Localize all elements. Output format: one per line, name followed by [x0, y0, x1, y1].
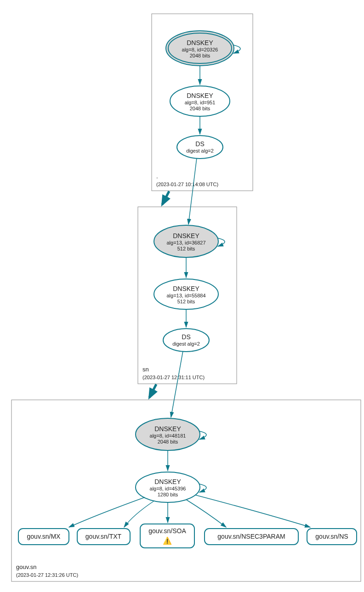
root-ksk-title: DNSKEY [187, 39, 213, 46]
edge-root-sn-delegation [162, 191, 169, 205]
gouvsn-zsk-selfloop [199, 484, 206, 492]
root-ds-digest: digest alg=2 [186, 148, 214, 154]
gouvsn-zsk-node: DNSKEY alg=8, id=45396 1280 bits [136, 472, 200, 502]
sn-ksk-alg: alg=13, id=36827 [166, 240, 205, 245]
root-zsk-alg: alg=8, id=951 [185, 100, 216, 105]
record-mx-label: gouv.sn/MX [27, 533, 61, 540]
record-nsec3param-node: gouv.sn/NSEC3PARAM [205, 529, 298, 545]
record-soa-label: gouv.sn/SOA [148, 527, 186, 535]
sn-zsk-node: DNSKEY alg=13, id=55884 512 bits [154, 279, 218, 309]
sn-zsk-bits: 512 bits [177, 299, 195, 304]
root-zsk-title: DNSKEY [187, 92, 213, 99]
sn-ksk-bits: 512 bits [177, 246, 195, 251]
gouvsn-ksk-bits: 2048 bits [158, 439, 178, 444]
record-soa-node: gouv.sn/SOA ⚠️ [140, 524, 194, 548]
gouvsn-zsk-title: DNSKEY [154, 478, 181, 485]
root-zsk-bits: 2048 bits [190, 106, 210, 111]
root-ksk-selfloop [233, 45, 240, 53]
warning-icon: ⚠️ [163, 536, 172, 545]
record-nsec3param-label: gouv.sn/NSEC3PARAM [217, 533, 285, 540]
edge-sn-gouvsn-delegation [149, 384, 156, 398]
root-ds-title: DS [195, 140, 204, 148]
record-ns-node: gouv.sn/NS [307, 529, 357, 545]
root-ksk-bits: 2048 bits [190, 53, 210, 58]
root-ds-node: DS digest alg=2 [177, 136, 223, 159]
sn-ksk-title: DNSKEY [173, 232, 199, 239]
sn-ksk-selfloop [218, 238, 225, 246]
dnssec-diagram: . (2023-01-27 10:14:08 UTC) DNSKEY alg=8… [5, 5, 363, 588]
edge-zsk-txt [124, 501, 154, 527]
edge-root-ds-sn-ksk [188, 158, 197, 224]
root-ksk-node: DNSKEY alg=8, id=20326 2048 bits [166, 31, 234, 66]
root-zsk-node: DNSKEY alg=8, id=951 2048 bits [170, 86, 230, 116]
edge-sn-ds-gouvsn-ksk [171, 351, 183, 417]
edge-zsk-ns [195, 495, 310, 527]
sn-ds-digest: digest alg=2 [172, 341, 200, 347]
root-ksk-alg: alg=8, id=20326 [182, 47, 218, 52]
sn-zsk-alg: alg=13, id=55884 [166, 293, 205, 298]
sn-ksk-node: DNSKEY alg=13, id=36827 512 bits [154, 225, 218, 257]
zone-root-label: . [156, 173, 158, 180]
record-txt-label: gouv.sn/TXT [85, 533, 122, 540]
record-mx-node: gouv.sn/MX [18, 529, 69, 545]
sn-zsk-title: DNSKEY [173, 285, 199, 292]
gouvsn-zsk-alg: alg=8, id=45396 [150, 486, 186, 491]
zone-root-timestamp: (2023-01-27 10:14:08 UTC) [156, 182, 218, 187]
gouvsn-ksk-selfloop [199, 431, 206, 439]
gouvsn-zsk-bits: 1280 bits [158, 492, 178, 497]
zone-gouvsn-label: gouv.sn [16, 564, 37, 570]
zone-sn-label: sn [142, 366, 149, 373]
record-ns-label: gouv.sn/NS [315, 533, 348, 540]
sn-ds-node: DS digest alg=2 [163, 329, 209, 352]
sn-ds-title: DS [182, 333, 190, 341]
edge-zsk-nsec3 [186, 500, 226, 527]
gouvsn-ksk-node: DNSKEY alg=8, id=48181 2048 bits [136, 418, 200, 450]
zone-sn-timestamp: (2023-01-27 12:31:11 UTC) [142, 375, 205, 380]
edge-zsk-mx [69, 497, 145, 527]
record-txt-node: gouv.sn/TXT [77, 529, 130, 545]
zone-gouvsn-timestamp: (2023-01-27 12:31:26 UTC) [16, 572, 78, 578]
gouvsn-ksk-alg: alg=8, id=48181 [150, 433, 186, 438]
gouvsn-ksk-title: DNSKEY [154, 425, 181, 433]
